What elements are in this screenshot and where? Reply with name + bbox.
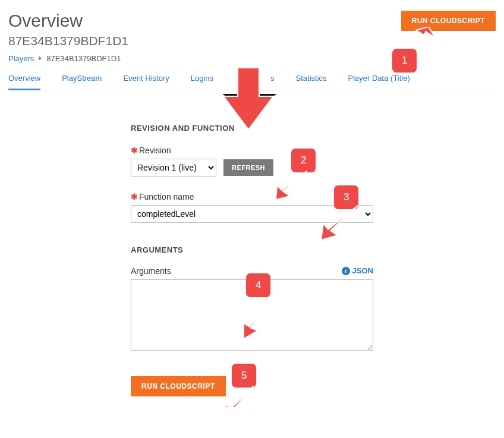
callout-1-label: 1: [392, 49, 417, 73]
tab-overview[interactable]: Overview: [8, 74, 40, 90]
tab-unknown[interactable]: s: [270, 74, 275, 90]
callout-3-label: 3: [334, 185, 358, 209]
breadcrumb: Players 87E34B1379BDF1D1: [8, 54, 496, 63]
revision-section-heading: REVISION AND FUNCTION: [131, 124, 373, 133]
json-hint-link[interactable]: i JSON: [342, 266, 373, 275]
revision-label-text: Revision: [139, 146, 171, 155]
revision-label: ✱Revision: [131, 146, 373, 155]
required-asterisk-icon: ✱: [131, 146, 138, 155]
dark-triangle-icon: [222, 94, 277, 116]
callout-2-label: 2: [291, 149, 316, 172]
tab-logins[interactable]: Logins: [191, 74, 213, 90]
callout-5-label: 5: [232, 364, 256, 387]
tab-playstream[interactable]: PlayStream: [62, 74, 102, 90]
arguments-label: Arguments: [131, 266, 171, 276]
tab-event-history[interactable]: Event History: [123, 74, 169, 90]
run-cloudscript-button[interactable]: RUN CLOUDSCRIPT: [131, 376, 226, 396]
required-asterisk-icon: ✱: [131, 192, 138, 201]
svg-marker-0: [222, 94, 247, 111]
tab-bar: Overview PlayStream Event History Logins…: [8, 74, 496, 90]
tab-player-data[interactable]: Player Data (Title): [348, 74, 410, 90]
run-cloudscript-top-button[interactable]: RUN CLOUDSCRIPT: [401, 11, 496, 31]
revision-select[interactable]: Revision 1 (live): [131, 159, 216, 177]
info-icon: i: [342, 267, 350, 275]
json-hint-text: JSON: [352, 266, 373, 275]
page-subtitle: 87E34B1379BDF1D1: [8, 34, 128, 48]
refresh-button[interactable]: REFRESH: [223, 159, 273, 176]
chevron-right-icon: [39, 56, 42, 61]
arguments-section-heading: ARGUMENTS: [131, 245, 373, 254]
breadcrumb-current: 87E34B1379BDF1D1: [46, 54, 121, 63]
callout-4-label: 4: [246, 273, 270, 297]
tab-statistics[interactable]: Statistics: [296, 74, 327, 90]
page-title: Overview: [8, 11, 128, 31]
svg-marker-1: [251, 94, 277, 111]
breadcrumb-root-link[interactable]: Players: [8, 54, 34, 63]
function-name-label-text: Function name: [139, 192, 194, 201]
